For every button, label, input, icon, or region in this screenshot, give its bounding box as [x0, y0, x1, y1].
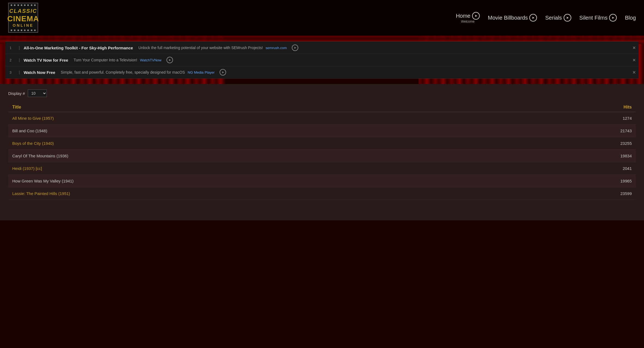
- movie-hits: 23599: [599, 191, 632, 196]
- ad-3-number: 3: [10, 70, 15, 74]
- ad-1-desc: Unlock the full marketing potential of y…: [138, 46, 263, 50]
- movie-title: How Green Was My Valley (1941): [12, 179, 599, 183]
- main-nav: Home ➤ Welcome Movie Billboards ➤ Serial…: [456, 12, 636, 23]
- movie-title[interactable]: Lassie: The Painted Hills (1951): [12, 191, 599, 196]
- table-header: Title Hits: [8, 103, 636, 112]
- table-row: All Mine to Give (1957)1274: [8, 112, 636, 125]
- display-controls: Display # 5 10 15 20 25 All: [8, 89, 636, 97]
- movie-hits: 19834: [599, 154, 632, 158]
- nav-home-label: Home: [456, 13, 470, 19]
- movie-hits: 19965: [599, 179, 632, 183]
- ad-row-2[interactable]: 2 | Watch TV Now for Free Turn Your Comp…: [5, 54, 639, 66]
- ad-3-arrow[interactable]: ➤: [220, 69, 226, 76]
- logo-dots-bottom: [9, 29, 38, 31]
- ad-row-1[interactable]: 1 | All-In-One Marketing Toolkit - For S…: [5, 41, 639, 54]
- nav-billboards-label: Movie Billboards: [488, 15, 528, 21]
- logo-text: CLASSIC CINEMA ONLINE: [7, 8, 39, 28]
- movie-title: Bill and Coo (1948): [12, 128, 599, 133]
- logo[interactable]: CLASSIC CINEMA ONLINE: [8, 3, 38, 33]
- theater-section: 1 | All-In-One Marketing Toolkit - For S…: [0, 36, 644, 84]
- ad-1-number: 1: [10, 46, 15, 50]
- nav-blog[interactable]: Blog: [625, 15, 636, 21]
- ads-section: 1 | All-In-One Marketing Toolkit - For S…: [0, 41, 644, 79]
- ad-3-link: NG Media Player: [188, 70, 215, 74]
- nav-home-sublabel: Welcome: [461, 20, 475, 23]
- ad-1-close[interactable]: ✕: [632, 45, 636, 50]
- col-title-header: Title: [12, 105, 599, 110]
- ad-2-link: WatchTVNow: [140, 58, 162, 62]
- movie-title[interactable]: Boys of the City (1940): [12, 141, 599, 146]
- col-hits-header: Hits: [599, 105, 632, 110]
- nav-silent-films[interactable]: Silent Films ➤: [579, 14, 617, 22]
- logo-dots-top: [9, 4, 38, 6]
- silent-films-dropdown-icon: ➤: [609, 14, 617, 22]
- display-label: Display #: [8, 91, 25, 96]
- ad-2-title: Watch TV Now for Free: [24, 58, 68, 62]
- table-row: How Green Was My Valley (1941)19965: [8, 175, 636, 187]
- header: CLASSIC CINEMA ONLINE Home ➤ Welcome Mov…: [0, 0, 644, 36]
- table-row: Bill and Coo (1948)21743: [8, 125, 636, 137]
- table-row: Lassie: The Painted Hills (1951)23599: [8, 187, 636, 200]
- home-dropdown-icon: ➤: [472, 12, 480, 20]
- movie-title[interactable]: Heidi (1937) [cc]: [12, 166, 599, 171]
- table-body: All Mine to Give (1957)1274Bill and Coo …: [8, 112, 636, 200]
- logo-cinema: CINEMA: [7, 14, 39, 23]
- ad-2-close[interactable]: ✕: [632, 58, 636, 63]
- ad-1-arrow[interactable]: ➤: [292, 44, 298, 51]
- nav-silent-films-label: Silent Films: [579, 15, 607, 21]
- table-row: Caryl Of The Mountains (1936)19834: [8, 150, 636, 162]
- ad-3-close[interactable]: ✕: [632, 70, 636, 75]
- ad-3-title: Watch Now Free: [24, 70, 55, 75]
- ad-row-3[interactable]: 3 | Watch Now Free Simple, fast and powe…: [5, 66, 639, 79]
- nav-movie-billboards[interactable]: Movie Billboards ➤: [488, 14, 537, 22]
- movie-hits: 1274: [599, 116, 632, 121]
- table-row: Heidi (1937) [cc]2041: [8, 162, 636, 175]
- display-select[interactable]: 5 10 15 20 25 All: [28, 89, 47, 97]
- ad-1-title: All-In-One Marketing Toolkit - For Sky-H…: [24, 46, 133, 50]
- movie-title: Caryl Of The Mountains (1936): [12, 154, 599, 158]
- movie-hits: 23255: [599, 141, 632, 146]
- movie-title[interactable]: All Mine to Give (1957): [12, 116, 599, 121]
- billboards-dropdown-icon: ➤: [529, 14, 537, 22]
- ad-3-desc: Simple, fast and powerful. Completely fr…: [61, 70, 185, 74]
- logo-online: ONLINE: [7, 23, 39, 28]
- serials-dropdown-icon: ➤: [564, 14, 571, 22]
- movie-hits: 2041: [599, 166, 632, 171]
- nav-serials[interactable]: Serials ➤: [545, 14, 571, 22]
- logo-classic: CLASSIC: [7, 8, 39, 14]
- ad-2-number: 2: [10, 58, 15, 62]
- ad-2-arrow[interactable]: ➤: [166, 57, 173, 63]
- movie-hits: 21743: [599, 128, 632, 133]
- nav-serials-label: Serials: [545, 15, 562, 21]
- nav-home[interactable]: Home ➤ Welcome: [456, 12, 479, 23]
- ad-2-desc: Turn Your Computer Into a Television!: [74, 58, 137, 62]
- main-content: Display # 5 10 15 20 25 All Title Hits A…: [0, 84, 644, 220]
- ad-1-link: semrush.com: [266, 46, 287, 50]
- table-row: Boys of the City (1940)23255: [8, 137, 636, 150]
